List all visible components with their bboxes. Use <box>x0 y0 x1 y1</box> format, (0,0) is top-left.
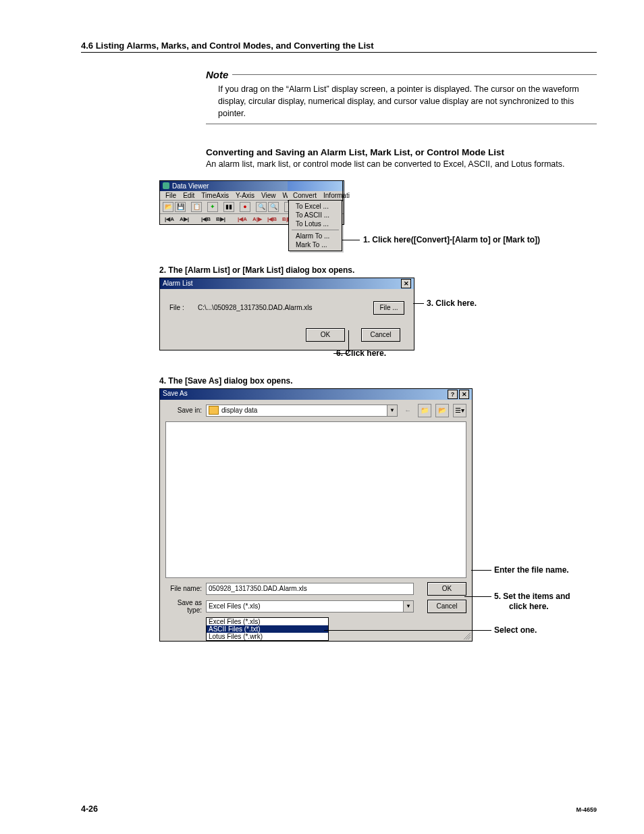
nav-first-b2[interactable]: |◀B <box>265 215 279 223</box>
file-label: File : <box>169 304 190 311</box>
file-type-listbox[interactable]: Excel Files (*.xls) ASCII Files (*.txt) … <box>206 617 329 641</box>
nav-last-a2[interactable]: A|▶ <box>250 215 264 223</box>
nav-last-b[interactable]: B▶| <box>214 215 227 223</box>
note-rule-bottom <box>206 124 597 124</box>
doc-id: M-4659 <box>576 806 597 813</box>
callout-line-1 <box>342 240 360 240</box>
menu-convert[interactable]: Convert <box>290 192 319 199</box>
menu-timeaxis[interactable]: TimeAxis <box>198 192 232 199</box>
file-path: C:\...\050928_1317350.DAD.Alarm.xls <box>198 304 365 311</box>
saveas-title: Save As <box>163 390 188 399</box>
saveastype-value: Excel Files (*.xls) <box>209 602 261 610</box>
page-footer: 4-26 M-4659 <box>81 804 597 814</box>
file-list-area[interactable] <box>165 421 466 578</box>
ok-button[interactable]: OK <box>306 328 345 342</box>
close-icon[interactable]: ✕ <box>459 390 469 399</box>
record-icon[interactable]: ● <box>240 202 250 212</box>
nav-last-a[interactable]: A▶| <box>178 215 191 223</box>
save-icon[interactable]: 💾 <box>175 202 186 212</box>
zoom-in-icon[interactable]: 🔍 <box>256 202 267 212</box>
dialog-alarm-list: Alarm List ✕ File : C:\...\050928_131735… <box>159 278 414 350</box>
open-icon[interactable]: 📂 <box>163 202 173 212</box>
note-title: Note <box>206 69 228 80</box>
savein-combo[interactable]: display data ▼ <box>206 405 398 417</box>
chevron-down-icon[interactable]: ▼ <box>387 405 397 416</box>
savein-label: Save in: <box>165 407 202 414</box>
folder-icon <box>209 406 219 415</box>
cancel-button[interactable]: Cancel <box>361 328 400 342</box>
saveas-ok-button[interactable]: OK <box>427 582 466 596</box>
menu-file[interactable]: File <box>163 192 179 199</box>
menu-item-to-excel[interactable]: To Excel ... <box>289 202 342 211</box>
callout-enter-filename: Enter the file name. <box>494 565 569 575</box>
file-browse-button[interactable]: File ... <box>373 301 404 315</box>
note-body: If you drag on the “Alarm List” display … <box>206 80 597 122</box>
app-icon <box>163 182 169 189</box>
menu-information[interactable]: Informati <box>321 192 352 199</box>
type-option-excel[interactable]: Excel Files (*.xls) <box>207 618 328 625</box>
menu-item-to-ascii[interactable]: To ASCII ... <box>289 211 342 219</box>
tool-icon-a[interactable]: ✦ <box>207 202 218 212</box>
menu-item-alarm-to[interactable]: Alarm To ... <box>289 232 342 240</box>
up-folder-icon[interactable]: 📁 <box>418 404 431 417</box>
page-number: 4-26 <box>81 804 98 814</box>
pause-icon[interactable]: ▮▮ <box>223 202 234 212</box>
filename-label: File name: <box>165 585 202 592</box>
callout-1: 1. Click here([Convert]-[Alarm to] or [M… <box>363 235 540 244</box>
convert-dropdown: To Excel ... To ASCII ... To Lotus ... A… <box>288 200 342 251</box>
menu-yaxis[interactable]: Y-Axis <box>233 192 257 199</box>
callout-line-select <box>324 630 491 631</box>
dialog-title: Alarm List <box>163 280 192 287</box>
close-icon[interactable]: ✕ <box>401 279 411 288</box>
window-title: Data Viewer <box>172 182 209 190</box>
callout-select-one: Select one. <box>494 625 537 635</box>
manual-page: 4.6 Listing Alarms, Marks, and Control M… <box>0 0 644 834</box>
menu-item-mark-to[interactable]: Mark To ... <box>289 240 342 249</box>
callout-line-enter <box>471 570 491 571</box>
callout-line-5 <box>464 596 491 597</box>
back-icon[interactable]: ← <box>402 405 414 417</box>
saveastype-label: Save as type: <box>165 599 202 614</box>
callout-6: 6. Click here. <box>336 348 386 358</box>
step-2-label: 2. The [Alarm List] or [Mark List] dialo… <box>159 265 597 275</box>
menu-edit[interactable]: Edit <box>180 192 197 199</box>
resize-grip-icon[interactable] <box>464 633 471 640</box>
section-header: 4.6 Listing Alarms, Marks, and Control M… <box>81 41 597 53</box>
callout-5b: click here. <box>509 602 549 611</box>
callout-3: 3. Click here. <box>427 298 477 308</box>
type-option-lotus[interactable]: Lotus Files (*.wrk) <box>207 633 328 640</box>
new-folder-icon[interactable]: 📂 <box>435 404 449 417</box>
window-menu-extension: Convert Informati <box>288 180 343 201</box>
callout-line-3 <box>413 303 424 304</box>
savein-value: display data <box>221 407 257 414</box>
nav-first-a2[interactable]: |◀A <box>236 215 249 223</box>
menu-item-to-lotus[interactable]: To Lotus ... <box>289 219 342 228</box>
note-rule-top <box>232 74 597 75</box>
help-icon[interactable]: ? <box>448 390 458 399</box>
saveastype-combo[interactable]: Excel Files (*.xls) ▼ <box>206 600 414 613</box>
dialog-save-as: Save As ? ✕ Save in: display data ▼ ← 📁 … <box>159 388 473 642</box>
subsection-heading: Converting and Saving an Alarm List, Mar… <box>206 147 597 157</box>
views-icon[interactable]: ☰▾ <box>453 404 466 417</box>
menu-view[interactable]: View <box>259 192 279 199</box>
note-block: Note If you drag on the “Alarm List” dis… <box>206 69 597 124</box>
step-4-label: 4. The [Save As] dialog box opens. <box>159 376 597 386</box>
filename-input[interactable]: 050928_1317350.DAD.Alarm.xls <box>206 583 414 595</box>
zoom-out-icon[interactable]: 🔍 <box>268 202 279 212</box>
nav-first-b[interactable]: |◀B <box>199 215 213 223</box>
copy-icon[interactable]: 📋 <box>191 202 202 212</box>
nav-first-a[interactable]: |◀A <box>163 215 176 223</box>
chevron-down-icon[interactable]: ▼ <box>403 601 413 612</box>
callout-5a: 5. Set the items and <box>494 592 570 601</box>
type-option-ascii[interactable]: ASCII Files (*.txt) <box>207 625 328 633</box>
subsection-paragraph: An alarm list, mark list, or control mod… <box>206 159 597 171</box>
saveas-cancel-button[interactable]: Cancel <box>427 600 466 613</box>
